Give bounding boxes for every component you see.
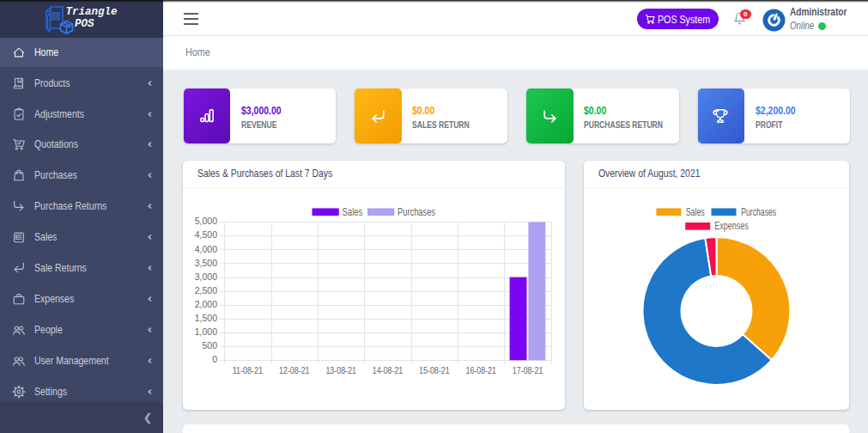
- svg-text:0: 0: [212, 354, 217, 364]
- svg-text:1,500: 1,500: [195, 313, 217, 323]
- svg-text:12-08-21: 12-08-21: [279, 364, 310, 375]
- svg-text:1,000: 1,000: [195, 326, 217, 337]
- svg-text:13-08-21: 13-08-21: [326, 364, 357, 375]
- svg-text:Sales: Sales: [343, 205, 363, 217]
- svg-text:2,000: 2,000: [195, 298, 217, 308]
- svg-text:5,000: 5,000: [195, 216, 217, 226]
- svg-text:2,500: 2,500: [195, 284, 217, 295]
- svg-text:Sales: Sales: [686, 205, 705, 217]
- svg-text:17-08-21: 17-08-21: [513, 364, 543, 375]
- svg-text:16-08-21: 16-08-21: [466, 364, 497, 375]
- svg-text:500: 500: [203, 340, 218, 351]
- svg-text:14-08-21: 14-08-21: [373, 364, 404, 375]
- svg-text:3,000: 3,000: [195, 271, 217, 281]
- svg-text:4,500: 4,500: [195, 229, 217, 240]
- svg-text:Purchases: Purchases: [741, 205, 776, 217]
- svg-text:Purchases: Purchases: [398, 205, 435, 217]
- svg-text:Expenses: Expenses: [714, 220, 748, 232]
- svg-text:4,000: 4,000: [195, 243, 217, 253]
- svg-text:3,500: 3,500: [195, 257, 217, 267]
- svg-text:15-08-21: 15-08-21: [419, 364, 450, 375]
- svg-text:11-08-21: 11-08-21: [233, 364, 264, 375]
